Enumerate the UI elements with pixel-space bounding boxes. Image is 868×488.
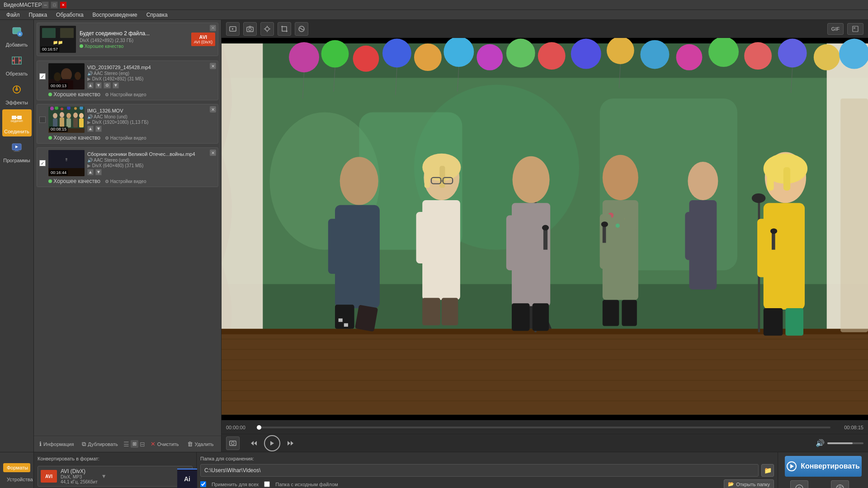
file3-up-button[interactable]: ▲ [87,169,94,175]
file2-close-button[interactable]: ✕ [210,106,216,113]
svg-rect-135 [506,216,519,271]
sites-tab[interactable]: Сайты [3,487,30,488]
file3-down-button[interactable]: ▼ [95,169,102,175]
devices-tab[interactable]: Устройства [3,475,30,484]
brightness-tool[interactable] [260,22,274,36]
burn-dvd-button[interactable]: Записать DVD [784,480,815,488]
menu-process[interactable]: Обработка [52,11,88,19]
file1-quality: Хорошее качество [48,91,100,98]
file2-audio: 🔊 AAC Mono (und) [87,114,216,119]
file1-down-button[interactable]: ▼ [95,82,102,89]
svg-point-8 [15,88,18,91]
menu-playback[interactable]: Воспроизведение [88,11,142,19]
menu-file[interactable]: Файл [2,11,24,19]
svg-rect-149 [603,225,606,243]
volume-icon[interactable]: 🔊 [816,439,825,447]
play-pause-button[interactable] [264,435,280,451]
progress-dot [257,425,261,430]
clear-icon: ✕ [151,441,156,447]
svg-point-22 [61,68,72,81]
file3-settings-link[interactable]: ⚙Настройки видео [105,179,146,184]
snapshot-tool[interactable] [243,22,257,36]
sidebar-effects[interactable]: Эффекты [2,80,32,108]
format-selector[interactable]: AVI AVI (DivX) DivX, MP3 44,1 кГц, 256Кб… [38,466,193,487]
gif-button[interactable]: GIF [827,23,844,35]
open-folder-button[interactable]: 📂Открыть папку [724,479,774,488]
volume-slider[interactable] [827,442,863,444]
svg-marker-176 [790,464,794,469]
close-button[interactable]: ✕ [60,1,67,9]
file3-audio: 🔊 AAC Stereo (und) [87,158,216,163]
sidebar-programs[interactable]: Программы [2,138,32,165]
svg-rect-126 [442,298,458,325]
rewind-button[interactable] [247,436,261,450]
video-edit-tool[interactable] [226,22,240,36]
menu-edit[interactable]: Правка [24,11,52,19]
maximize-button[interactable]: □ [51,1,58,9]
format-dropdown-arrow[interactable]: ▼ [101,473,107,479]
volume-area: 🔊 [816,439,863,447]
delete-button[interactable]: 🗑 Удалить [184,439,217,449]
file3-quality: Хорошее качество [48,178,100,184]
file3-close-button[interactable]: ✕ [210,150,216,156]
format-icon: AVI [41,470,57,483]
sidebar-add[interactable]: + Добавить [2,23,32,50]
file1-close-button[interactable]: ✕ [210,63,216,69]
app-title: ВидеоМАСТЕР [4,2,42,8]
svg-point-29 [53,113,57,118]
folder-path-input[interactable] [200,464,759,477]
svg-rect-148 [624,214,636,269]
file2-up-button[interactable]: ▲ [87,126,94,132]
file2-down-button[interactable]: ▼ [95,126,102,132]
frame-button[interactable] [847,23,863,35]
convert-button[interactable]: Конвертировать [785,456,862,477]
merged-title: Будет соединено 2 файла... [80,30,188,37]
file1-settings-icon[interactable]: ⚙ [104,82,111,89]
window-controls: ─ □ ✕ [42,1,67,9]
forward-button[interactable] [283,436,297,450]
svg-rect-118 [344,319,348,322]
svg-rect-19 [60,28,74,38]
browse-folder-button[interactable]: 📁 [761,464,774,477]
join-icon: соединить [10,112,23,127]
seek-bar[interactable] [259,427,830,428]
current-time: 00:00:00 [226,425,255,430]
file1-more-button[interactable]: ▼ [113,82,119,89]
svg-point-24 [54,72,61,81]
view-toggle[interactable]: ☰ ⊞ ⊟ [123,440,145,448]
publish-site-button[interactable]: Разместить на сайте [818,480,862,488]
clear-button[interactable]: ✕ Очистить [148,439,182,449]
file-list-toolbar: ℹ Информация ⧉ Дублировать ☰ ⊞ ⊟ ✕ Очист… [34,436,221,452]
stabilize-tool[interactable] [295,22,308,36]
crop-tool[interactable] [278,22,291,36]
quality-dot [48,93,52,96]
file1-settings-link[interactable]: ⚙Настройки видео [105,92,146,97]
file2-checkbox[interactable] [39,117,46,123]
menu-help[interactable]: Справка [142,11,172,19]
svg-point-54 [265,27,269,31]
apply-all-folder-checkbox[interactable] [200,481,206,487]
ai-badge[interactable]: Ai [177,469,197,488]
file2-settings-link[interactable]: ⚙Настройки видео [105,136,146,141]
merged-close-button[interactable]: ✕ [210,25,216,31]
file3-info: Сборник хроники Великой Отечес...войны.m… [87,151,216,175]
svg-point-40 [50,107,54,110]
file1-up-button[interactable]: ▲ [87,82,94,89]
sidebar-join[interactable]: соединить Соединить [2,109,32,136]
svg-point-73 [321,40,349,68]
file3-checkbox[interactable]: ✓ [39,160,46,166]
capture-frame-button[interactable] [226,436,240,450]
source-folder-checkbox[interactable] [264,481,270,487]
sidebar-trim[interactable]: Обрезать [2,52,32,79]
svg-point-80 [538,42,566,70]
convert-icon [786,461,797,472]
info-button[interactable]: ℹ Информация [37,439,76,449]
format-badge: AVI AVI (DivX) [191,33,215,46]
svg-text:🎖: 🎖 [65,158,68,162]
svg-rect-6 [19,60,21,61]
trim-icon [10,54,23,70]
file1-checkbox[interactable]: ✓ [39,73,46,80]
formats-tab[interactable]: Форматы [3,463,30,472]
duplicate-button[interactable]: ⧉ Дублировать [79,439,120,449]
minimize-button[interactable]: ─ [42,1,49,9]
